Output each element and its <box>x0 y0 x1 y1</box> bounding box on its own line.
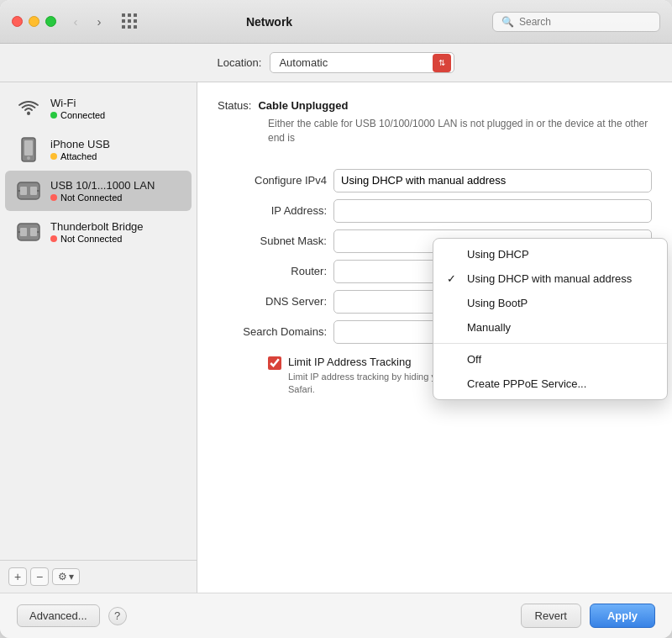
close-button[interactable] <box>12 16 23 27</box>
sidebar-item-usb-lan-status: Not Connected <box>50 192 181 203</box>
chevron-down-icon: ▾ <box>69 571 74 583</box>
thunderbolt-icon <box>15 219 42 245</box>
sidebar-item-wifi[interactable]: Wi-Fi Connected <box>5 88 192 129</box>
usb-lan-status-text: Not Connected <box>60 192 122 203</box>
thunderbolt-status-text: Not Connected <box>60 234 122 244</box>
dhcp-manual-label: Using DHCP with manual address <box>467 272 632 285</box>
usb-lan-icon <box>15 177 42 204</box>
dropdown-item-dhcp[interactable]: Using DHCP <box>433 242 667 266</box>
manually-label: Manually <box>467 321 511 334</box>
svg-rect-10 <box>20 228 27 236</box>
sidebar-item-wifi-status: Connected <box>50 110 181 120</box>
dropdown-item-bootp[interactable]: Using BootP <box>433 291 667 315</box>
sidebar-item-thunderbolt-name: Thunderbolt Bridge <box>50 220 181 233</box>
wifi-status-text: Connected <box>60 110 105 120</box>
svg-rect-2 <box>24 140 33 156</box>
wifi-status-dot <box>50 112 57 119</box>
bootp-label: Using BootP <box>467 297 528 309</box>
ip-address-row: IP Address: <box>218 199 652 223</box>
ip-address-label: IP Address: <box>218 204 327 217</box>
add-network-button[interactable]: + <box>8 567 27 586</box>
sidebar-item-thunderbolt[interactable]: Thunderbolt Bridge Not Connected <box>5 212 192 252</box>
subnet-mask-label: Subnet Mask: <box>218 235 327 247</box>
bottom-bar: Advanced... ? Revert Apply <box>0 593 672 638</box>
status-row: Status: Cable Unplugged <box>218 99 652 112</box>
iphone-status-text: Attached <box>60 151 97 161</box>
window-title: Network <box>46 15 492 29</box>
sidebar-item-thunderbolt-text: Thunderbolt Bridge Not Connected <box>50 220 181 244</box>
sidebar-item-usb-lan-name: USB 10/1...1000 LAN <box>50 179 181 192</box>
pppoe-label: Create PPPoE Service... <box>467 377 586 390</box>
search-input[interactable] <box>519 16 651 28</box>
sidebar-item-iphone[interactable]: iPhone USB Attached <box>5 129 192 170</box>
svg-point-0 <box>27 112 30 115</box>
status-value: Cable Unplugged <box>258 99 348 112</box>
sidebar-item-wifi-text: Wi-Fi Connected <box>50 97 181 120</box>
location-bar: Location: Automatic Home Work <box>0 44 672 82</box>
sidebar-item-wifi-name: Wi-Fi <box>50 97 181 109</box>
iphone-icon <box>15 136 42 163</box>
titlebar: ‹ › Network 🔍 <box>0 0 672 44</box>
location-select[interactable]: Automatic Home Work <box>270 52 454 73</box>
sidebar-list: Wi-Fi Connected <box>0 82 197 560</box>
iphone-status-dot <box>50 153 57 160</box>
dropdown-item-dhcp-manual[interactable]: ✓ Using DHCP with manual address <box>433 266 667 291</box>
status-label: Status: <box>218 99 251 112</box>
status-description: Either the cable for USB 10/100/1000 LAN… <box>268 117 652 145</box>
help-button[interactable]: ? <box>108 607 127 625</box>
advanced-button[interactable]: Advanced... <box>17 604 100 627</box>
search-domains-label: Search Domains: <box>218 325 327 338</box>
thunderbolt-status-dot <box>50 235 57 242</box>
location-select-wrapper: Automatic Home Work <box>270 52 454 73</box>
svg-rect-5 <box>20 187 27 195</box>
remove-network-button[interactable]: − <box>30 567 49 586</box>
ip-address-input[interactable] <box>333 199 652 223</box>
sidebar-item-usb-lan[interactable]: USB 10/1...1000 LAN Not Connected <box>5 171 192 211</box>
sidebar-item-iphone-name: iPhone USB <box>50 138 181 150</box>
usb-lan-status-dot <box>50 194 57 201</box>
svg-point-3 <box>27 156 30 160</box>
location-label: Location: <box>218 56 262 69</box>
sidebar: Wi-Fi Connected <box>0 82 197 593</box>
configure-select[interactable]: Using DHCP with manual address <box>333 169 652 192</box>
sidebar-item-iphone-text: iPhone USB Attached <box>50 138 181 161</box>
dropdown-item-off[interactable]: Off <box>433 347 667 372</box>
dropdown-item-pppoe[interactable]: Create PPPoE Service... <box>433 372 667 396</box>
network-settings-button[interactable]: ⚙ ▾ <box>52 568 80 585</box>
configure-row: Configure IPv4 Using DHCP with manual ad… <box>218 169 652 192</box>
network-window: ‹ › Network 🔍 Location: Automatic Home W… <box>0 0 672 638</box>
wifi-icon <box>15 95 42 122</box>
dhcp-label: Using DHCP <box>467 248 529 261</box>
revert-button[interactable]: Revert <box>521 604 581 628</box>
configure-dropdown-menu: Using DHCP ✓ Using DHCP with manual addr… <box>433 238 668 400</box>
sidebar-item-iphone-status: Attached <box>50 151 181 161</box>
apply-button[interactable]: Apply <box>590 604 655 628</box>
minimize-button[interactable] <box>29 16 39 27</box>
main-content: Wi-Fi Connected <box>0 82 672 593</box>
sidebar-item-usb-lan-text: USB 10/1...1000 LAN Not Connected <box>50 179 181 203</box>
svg-rect-6 <box>30 187 37 195</box>
dns-server-label: DNS Server: <box>218 295 327 308</box>
off-label: Off <box>467 353 481 366</box>
detail-panel: Status: Cable Unplugged Either the cable… <box>197 82 672 593</box>
limit-ip-tracking-checkbox[interactable] <box>268 356 281 370</box>
router-label: Router: <box>218 265 327 277</box>
detail-header: Status: Cable Unplugged Either the cable… <box>218 99 652 157</box>
dropdown-divider <box>433 343 667 344</box>
configure-label: Configure IPv4 <box>218 174 327 187</box>
svg-rect-11 <box>30 228 37 236</box>
search-bar: 🔍 <box>492 12 660 32</box>
gear-icon: ⚙ <box>58 571 67 583</box>
sidebar-toolbar: + − ⚙ ▾ <box>0 560 197 593</box>
dropdown-item-manually[interactable]: Manually <box>433 315 667 340</box>
dhcp-manual-check: ✓ <box>447 272 459 285</box>
sidebar-item-thunderbolt-status: Not Connected <box>50 234 181 244</box>
search-icon: 🔍 <box>501 16 514 28</box>
